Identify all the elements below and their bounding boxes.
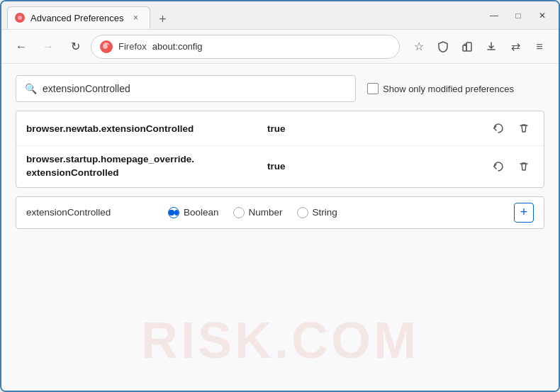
string-label: String	[313, 207, 337, 218]
reset-button[interactable]	[488, 157, 508, 177]
url-bar[interactable]: Firefox about:config	[91, 35, 400, 59]
row-actions	[488, 118, 534, 138]
type-string[interactable]: String	[297, 207, 337, 218]
browser-brand: Firefox	[118, 41, 147, 52]
new-pref-name: extensionControlled	[26, 207, 154, 218]
url-text: about:config	[152, 41, 391, 52]
watermark: RISK.COM	[141, 311, 419, 369]
add-preference-button[interactable]: +	[514, 203, 534, 223]
browser-window: Advanced Preferences × + — □ ✕ ← → ↻ Fir…	[0, 0, 560, 392]
string-radio[interactable]	[297, 207, 308, 218]
number-radio[interactable]	[233, 207, 245, 218]
boolean-radio[interactable]	[168, 207, 179, 218]
nav-icons: ☆ ⇄ ≡	[408, 36, 550, 57]
main-content: RISK.COM 🔍 Show only modified preference…	[1, 64, 559, 391]
show-modified-option[interactable]: Show only modified preferences	[367, 83, 514, 94]
nav-bar: ← → ↻ Firefox about:config ☆ ⇄ ≡	[1, 30, 559, 64]
sync-icon[interactable]: ⇄	[505, 36, 526, 57]
bookmark-star-icon[interactable]: ☆	[408, 36, 430, 57]
table-row: browser.newtab.extensionControlled true	[16, 111, 544, 146]
firefox-icon	[100, 40, 113, 53]
delete-button[interactable]	[514, 118, 534, 138]
tab-favicon	[15, 13, 25, 23]
results-table: browser.newtab.extensionControlled true …	[16, 111, 544, 188]
add-preference-row: extensionControlled Boolean Number Strin…	[16, 196, 544, 229]
number-label: Number	[249, 207, 283, 218]
pref-name: browser.newtab.extensionControlled	[26, 123, 267, 134]
tab-area: Advanced Preferences × +	[7, 1, 483, 29]
menu-icon[interactable]: ≡	[529, 36, 550, 57]
close-button[interactable]: ✕	[532, 6, 553, 26]
new-tab-button[interactable]: +	[153, 9, 173, 29]
pref-value: true	[267, 161, 488, 172]
tab-close-button[interactable]: ×	[130, 11, 142, 24]
reset-button[interactable]	[488, 118, 508, 138]
download-icon[interactable]	[481, 36, 502, 57]
search-icon: 🔍	[25, 83, 37, 94]
row-actions	[488, 157, 534, 177]
shield-icon	[432, 36, 454, 57]
extension-icon[interactable]	[457, 36, 478, 57]
search-input[interactable]	[43, 83, 347, 94]
svg-rect-3	[466, 43, 471, 51]
preference-search-box[interactable]: 🔍	[16, 75, 356, 102]
svg-rect-4	[464, 44, 466, 45]
minimize-button[interactable]: —	[483, 6, 505, 26]
type-boolean[interactable]: Boolean	[168, 207, 219, 218]
pref-value: true	[267, 123, 488, 134]
table-row: browser.startup.homepage_override. exten…	[16, 146, 544, 187]
back-button[interactable]: ←	[10, 35, 33, 58]
window-controls: — □ ✕	[483, 6, 553, 26]
delete-button[interactable]	[514, 157, 534, 177]
active-tab[interactable]: Advanced Preferences ×	[7, 6, 150, 29]
reload-button[interactable]: ↻	[64, 35, 86, 58]
search-row: 🔍 Show only modified preferences	[16, 75, 544, 102]
show-modified-label: Show only modified preferences	[383, 84, 514, 94]
show-modified-checkbox[interactable]	[367, 83, 379, 94]
type-radio-group: Boolean Number String	[168, 207, 500, 218]
pref-name: browser.startup.homepage_override. exten…	[26, 153, 267, 180]
pref-name-line1: browser.startup.homepage_override.	[26, 153, 267, 167]
title-bar: Advanced Preferences × + — □ ✕	[1, 1, 559, 30]
maximize-button[interactable]: □	[508, 6, 529, 26]
forward-button[interactable]: →	[37, 35, 60, 58]
pref-name-line2: extensionControlled	[26, 167, 267, 180]
tab-title: Advanced Preferences	[30, 13, 124, 23]
type-number[interactable]: Number	[233, 207, 283, 218]
boolean-label: Boolean	[184, 207, 219, 218]
